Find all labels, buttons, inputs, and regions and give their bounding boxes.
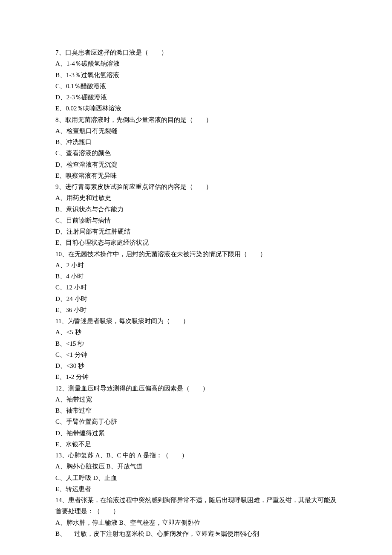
answer-option: C、人工呼吸 D、止血 — [55, 472, 337, 483]
answer-option: C、目前诊断与病情 — [55, 215, 337, 226]
answer-option: E、目前心理状态与家庭经济状况 — [55, 237, 337, 248]
question-stem: 7、口臭患者应选择的漱口液是（ ） — [55, 47, 337, 58]
answer-option: A、用药史和过敏史 — [55, 192, 337, 203]
question-stem: 12、测量血压时导致测得的血压偏高的因素是（ ） — [55, 383, 337, 394]
answer-option: A、1-4％碳酸氢钠溶液 — [55, 58, 337, 69]
answer-option: D、24 小时 — [55, 293, 337, 304]
answer-option: B、袖带过窄 — [55, 405, 337, 416]
answer-option: D、注射局部有无红肿硬结 — [55, 226, 337, 237]
answer-option: B、4 小时 — [55, 271, 337, 282]
answer-option: B、<15 秒 — [55, 338, 337, 349]
answer-option: D、检查溶液有无沉淀 — [55, 159, 337, 170]
answer-option: D、2-3％硼酸溶液 — [55, 92, 337, 103]
answer-option: C、手臂位置高于心脏 — [55, 416, 337, 427]
answer-option: B、冲洗瓶口 — [55, 136, 337, 147]
question-stem: 9、进行青霉素皮肤试验前应重点评估的内容是（ ） — [55, 181, 337, 192]
answer-option: D、袖带缠得过紧 — [55, 428, 337, 439]
answer-option: A、2 小时 — [55, 260, 337, 271]
answer-option: A、肺水肿，停止输液 B、空气栓塞，立即左侧卧位 — [55, 517, 337, 528]
answer-option: B、1-3％过氧化氢溶液 — [55, 69, 337, 81]
answer-option: E、0.02％呋喃西林溶液 — [55, 103, 337, 114]
answer-option: A、袖带过宽 — [55, 394, 337, 405]
answer-option: E、36 小时 — [55, 304, 337, 315]
question-stem: 13、心肺复苏 A、B、C 中的 A 是指：（ ） — [55, 450, 337, 461]
answer-option: A、<5 秒 — [55, 327, 337, 338]
answer-option: E、转运患者 — [55, 483, 337, 494]
answer-option: C、查看溶液的颜色 — [55, 147, 337, 159]
answer-option: A、胸外心脏按压 B、开放气道 — [55, 461, 337, 472]
question-stem: 11、为昏迷患者吸痰，每次吸痰时间为（ ） — [55, 315, 337, 327]
question-stem: 8、取用无菌溶液时，先倒出少量溶液的目的是（ ） — [55, 114, 337, 125]
answer-option: B、意识状态与合作能力 — [55, 204, 337, 215]
answer-option: B、 过敏，皮下注射地塞米松 D、心脏病发作，立即遵医嘱使用强心剂 — [55, 528, 337, 539]
answer-option: E、1-2 分钟 — [55, 371, 337, 382]
answer-option: A、检查瓶口有无裂缝 — [55, 125, 337, 136]
answer-option: E、嗅察溶液有无异味 — [55, 170, 337, 181]
answer-option: C、12 小时 — [55, 282, 337, 293]
answer-option: D、<30 秒 — [55, 360, 337, 371]
question-stem: 14、患者张某，在输液过程中突然感到胸部异常不适，随后出现呼吸困难，严重发绀，其… — [55, 494, 337, 517]
question-stem: 10、在无菌技术操作中，启封的无菌溶液在未被污染的情况下限用（ ） — [55, 249, 337, 260]
answer-option: C、0.1％醋酸溶液 — [55, 81, 337, 92]
document-page: 7、口臭患者应选择的漱口液是（ ） A、1-4％碳酸氢钠溶液 B、1-3％过氧化… — [0, 0, 392, 555]
answer-option: E、水银不足 — [55, 439, 337, 450]
answer-option: C、<1 分钟 — [55, 349, 337, 360]
